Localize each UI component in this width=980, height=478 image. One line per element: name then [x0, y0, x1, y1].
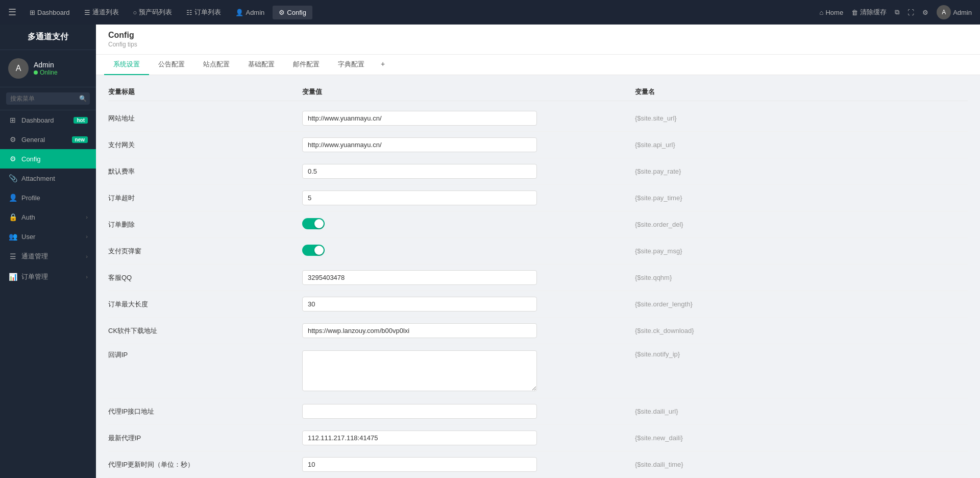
table-row: 支付网关 {$site.api_url} [108, 132, 968, 158]
clear-cache-button[interactable]: 🗑 清除缓存 [851, 8, 887, 17]
row-varname: {$site.pay_msg} [635, 247, 968, 255]
sidebar-item-general[interactable]: ⚙ General new [0, 130, 96, 149]
row-label: 订单超时 [108, 194, 302, 203]
page-subtitle: Config tips [108, 41, 968, 48]
fullscreen-icon: ⛶ [908, 9, 914, 16]
pay-msg-toggle[interactable] [302, 245, 325, 256]
tab-system-settings[interactable]: 系统设置 [104, 55, 149, 75]
row-label: 订单最大长度 [108, 300, 302, 309]
pay-rate-input[interactable] [302, 164, 537, 179]
row-varname: {$site.site_url} [635, 114, 968, 122]
sidebar-item-channel[interactable]: ☰ 通道管理 › [0, 246, 96, 267]
row-value [302, 297, 635, 312]
row-varname: {$site.daili_url} [635, 408, 968, 415]
sidebar-item-config[interactable]: ⚙ Config [0, 149, 96, 169]
sidebar-item-orders[interactable]: 📊 订单管理 › [0, 267, 96, 287]
notify-ip-textarea[interactable] [302, 350, 537, 391]
channel-icon: ☰ [84, 9, 90, 16]
ck-download-input[interactable] [302, 323, 537, 338]
sidebar-username: Admin [34, 61, 58, 69]
sidebar-user-section: A Admin Online [0, 50, 96, 87]
dashboard-sidebar-icon: ⊞ [8, 116, 17, 124]
top-nav: ☰ ⊞ Dashboard ☰ 通道列表 ○ 预产码列表 ☷ 订单列表 👤 Ad… [0, 0, 980, 25]
home-link[interactable]: ⌂ Home [820, 9, 844, 16]
row-value [302, 218, 635, 231]
qq-input[interactable] [302, 270, 537, 285]
sidebar-nav: ⊞ Dashboard hot ⚙ General new ⚙ Config 📎… [0, 110, 96, 478]
top-nav-right: ⌂ Home 🗑 清除缓存 ⧉ ⛶ ⚙ A Admin [820, 5, 972, 19]
row-value [302, 350, 635, 393]
tab-email-config[interactable]: 邮件配置 [284, 55, 329, 75]
nav-admin[interactable]: 👤 Admin [229, 6, 271, 19]
daili-url-input[interactable] [302, 404, 537, 419]
general-badge: new [72, 136, 88, 143]
order-length-input[interactable] [302, 297, 537, 312]
dashboard-icon: ⊞ [30, 9, 35, 16]
nav-precode-list[interactable]: ○ 预产码列表 [127, 5, 179, 20]
row-label: 代理IP接口地址 [108, 407, 302, 416]
nav-extra-icon[interactable]: ⧉ [895, 8, 899, 16]
table-row: 默认费率 {$site.pay_rate} [108, 158, 968, 185]
user-profile[interactable]: A Admin [937, 5, 972, 19]
extra-icon: ⧉ [895, 8, 899, 16]
toggle-slider [302, 245, 325, 256]
row-varname: {$site.pay_rate} [635, 168, 968, 175]
daili-time-input[interactable] [302, 457, 537, 472]
row-varname: {$site.notify_ip} [635, 350, 968, 358]
app-title: 多通道支付 [28, 32, 68, 41]
table-row: 最新代理IP {$site.new_daili} [108, 425, 968, 451]
col-label: 变量标题 [108, 87, 302, 97]
row-value [302, 431, 635, 445]
row-label: 订单删除 [108, 220, 302, 229]
settings-button[interactable]: ⚙ [922, 9, 928, 16]
row-label: 默认费率 [108, 167, 302, 176]
order-icon: ☷ [186, 9, 192, 16]
site-url-input[interactable] [302, 111, 537, 126]
row-label: 支付页弹窗 [108, 247, 302, 256]
home-icon: ⌂ [820, 9, 824, 16]
main-content: Config Config tips 系统设置 公告配置 站点配置 基础配置 邮… [96, 25, 980, 478]
tab-add-button[interactable]: + [374, 55, 392, 75]
table-row: 订单删除 {$site.order_del} [108, 211, 968, 238]
tab-announcement[interactable]: 公告配置 [149, 55, 194, 75]
sidebar-item-attachment[interactable]: 📎 Attachment [0, 169, 96, 188]
precode-icon: ○ [133, 9, 137, 16]
row-value [302, 111, 635, 126]
search-icon: 🔍 [79, 95, 87, 102]
sidebar-item-auth[interactable]: 🔒 Auth › [0, 207, 96, 227]
sidebar-item-dashboard[interactable]: ⊞ Dashboard hot [0, 110, 96, 130]
menu-toggle-icon[interactable]: ☰ [8, 7, 16, 18]
search-wrapper: 🔍 [6, 92, 90, 105]
row-value [302, 323, 635, 338]
general-sidebar-icon: ⚙ [8, 135, 17, 144]
tab-site-config[interactable]: 站点配置 [194, 55, 239, 75]
pay-time-input[interactable] [302, 190, 537, 205]
table-row: 代理IP接口地址 {$site.daili_url} [108, 398, 968, 425]
api-url-input[interactable] [302, 137, 537, 152]
fullscreen-button[interactable]: ⛶ [908, 9, 914, 16]
config-sidebar-icon: ⚙ [8, 155, 17, 163]
row-value [302, 270, 635, 285]
nav-dashboard[interactable]: ⊞ Dashboard [23, 6, 76, 19]
tab-basic-config[interactable]: 基础配置 [239, 55, 284, 75]
row-value [302, 164, 635, 179]
search-input[interactable] [6, 92, 90, 105]
channel-arrow-icon: › [86, 253, 88, 259]
nav-channel-list[interactable]: ☰ 通道列表 [78, 5, 125, 20]
sidebar-item-profile[interactable]: 👤 Profile [0, 188, 96, 207]
row-label: 网站地址 [108, 114, 302, 123]
settings-icon: ⚙ [922, 9, 928, 16]
new-daili-input[interactable] [302, 431, 537, 445]
orders-sidebar-icon: 📊 [8, 273, 17, 281]
table-row: 订单超时 {$site.pay_time} [108, 185, 968, 211]
nav-order-list[interactable]: ☷ 订单列表 [180, 5, 227, 20]
admin-icon: 👤 [235, 9, 243, 16]
col-value: 变量值 [302, 87, 635, 97]
row-varname: {$site.daili_time} [635, 461, 968, 468]
nav-config[interactable]: ⚙ Config [273, 6, 312, 19]
avatar: A [937, 5, 951, 19]
sidebar-item-user[interactable]: 👥 User › [0, 227, 96, 246]
tab-dict-config[interactable]: 字典配置 [329, 55, 374, 75]
page-title: Config [108, 31, 968, 40]
order-del-toggle[interactable] [302, 218, 325, 229]
